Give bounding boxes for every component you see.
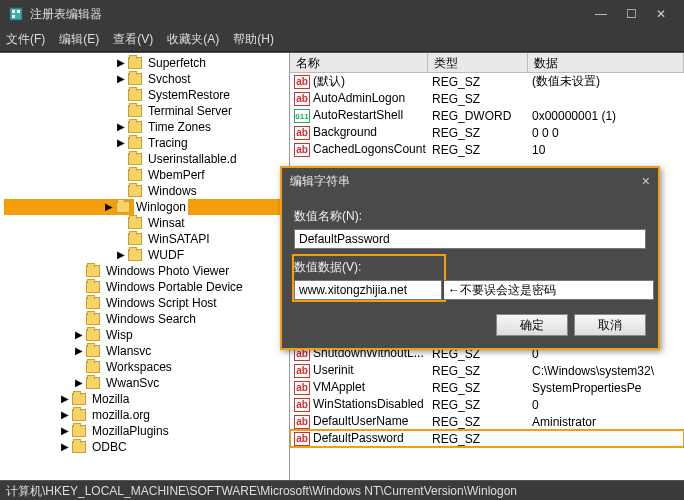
tree-node[interactable]: ▶Svchost bbox=[4, 71, 289, 87]
expand-icon[interactable] bbox=[116, 234, 126, 244]
list-row[interactable]: abDefaultUserNameREG_SZAministrator bbox=[290, 413, 684, 430]
value-name-input[interactable] bbox=[294, 229, 646, 249]
expand-icon[interactable] bbox=[116, 170, 126, 180]
menu-file[interactable]: 文件(F) bbox=[6, 31, 45, 48]
folder-icon bbox=[86, 265, 100, 277]
expand-icon[interactable]: ▶ bbox=[74, 330, 84, 340]
tree-node[interactable]: ▶Tracing bbox=[4, 135, 289, 151]
tree-label: Workspaces bbox=[104, 359, 174, 375]
maximize-button[interactable]: ☐ bbox=[616, 0, 646, 28]
tree-label: MozillaPlugins bbox=[90, 423, 171, 439]
tree-node[interactable]: ▶Time Zones bbox=[4, 119, 289, 135]
expand-icon[interactable]: ▶ bbox=[60, 394, 70, 404]
menu-favorites[interactable]: 收藏夹(A) bbox=[167, 31, 219, 48]
tree-label: Wisp bbox=[104, 327, 135, 343]
expand-icon[interactable] bbox=[74, 282, 84, 292]
expand-icon[interactable]: ▶ bbox=[116, 138, 126, 148]
folder-icon bbox=[86, 313, 100, 325]
column-headers[interactable]: 名称 类型 数据 bbox=[290, 53, 684, 73]
menu-help[interactable]: 帮助(H) bbox=[233, 31, 274, 48]
tree-node[interactable]: Windows bbox=[4, 183, 289, 199]
expand-icon[interactable] bbox=[116, 106, 126, 116]
expand-icon[interactable]: ▶ bbox=[60, 426, 70, 436]
dialog-close-icon[interactable]: × bbox=[642, 173, 650, 189]
ok-button[interactable]: 确定 bbox=[496, 314, 568, 336]
col-data[interactable]: 数据 bbox=[528, 53, 684, 72]
close-button[interactable]: ✕ bbox=[646, 0, 676, 28]
string-icon: ab bbox=[294, 143, 310, 157]
tree-node[interactable]: Winsat bbox=[4, 215, 289, 231]
tree-node[interactable]: Windows Script Host bbox=[4, 295, 289, 311]
list-row[interactable]: abWinStationsDisabledREG_SZ0 bbox=[290, 396, 684, 413]
expand-icon[interactable]: ▶ bbox=[116, 74, 126, 84]
list-row[interactable]: ab(默认)REG_SZ(数值未设置) bbox=[290, 73, 684, 90]
tree-node[interactable]: ▶Wlansvc bbox=[4, 343, 289, 359]
tree-node[interactable]: ▶Mozilla bbox=[4, 391, 289, 407]
list-row[interactable]: 011AutoRestartShellREG_DWORD0x00000001 (… bbox=[290, 107, 684, 124]
tree-label: Mozilla bbox=[90, 391, 131, 407]
col-name[interactable]: 名称 bbox=[290, 53, 428, 72]
tree-node[interactable]: ▶ODBC bbox=[4, 439, 289, 455]
expand-icon[interactable]: ▶ bbox=[60, 442, 70, 452]
tree-node[interactable]: ▶Superfetch bbox=[4, 55, 289, 71]
expand-icon[interactable]: ▶ bbox=[104, 202, 114, 212]
tree-node[interactable]: Workspaces bbox=[4, 359, 289, 375]
dialog-titlebar[interactable]: 编辑字符串 × bbox=[282, 168, 658, 194]
list-row[interactable]: abVMAppletREG_SZSystemPropertiesPe bbox=[290, 379, 684, 396]
folder-icon bbox=[128, 217, 142, 229]
tree-label: Windows Photo Viewer bbox=[104, 263, 231, 279]
tree-label: Superfetch bbox=[146, 55, 208, 71]
tree-label: WwanSvc bbox=[104, 375, 161, 391]
tree-node[interactable]: ▶Winlogon bbox=[4, 199, 289, 215]
expand-icon[interactable] bbox=[116, 186, 126, 196]
tree-node[interactable]: Windows Portable Device bbox=[4, 279, 289, 295]
tree-node[interactable]: ▶MozillaPlugins bbox=[4, 423, 289, 439]
expand-icon[interactable]: ▶ bbox=[116, 122, 126, 132]
expand-icon[interactable] bbox=[116, 218, 126, 228]
expand-icon[interactable] bbox=[116, 154, 126, 164]
expand-icon[interactable]: ▶ bbox=[116, 58, 126, 68]
tree-node[interactable]: ▶WwanSvc bbox=[4, 375, 289, 391]
list-row[interactable]: abDefaultPasswordREG_SZ bbox=[290, 430, 684, 447]
col-type[interactable]: 类型 bbox=[428, 53, 528, 72]
tree-node[interactable]: Windows Photo Viewer bbox=[4, 263, 289, 279]
tree-node[interactable]: SystemRestore bbox=[4, 87, 289, 103]
titlebar[interactable]: 注册表编辑器 — ☐ ✕ bbox=[0, 0, 684, 28]
value-name: Userinit bbox=[313, 363, 354, 377]
minimize-button[interactable]: — bbox=[586, 0, 616, 28]
svg-rect-0 bbox=[10, 8, 22, 20]
tree-node[interactable]: WinSATAPI bbox=[4, 231, 289, 247]
menu-edit[interactable]: 编辑(E) bbox=[59, 31, 99, 48]
expand-icon[interactable] bbox=[74, 266, 84, 276]
expand-icon[interactable] bbox=[74, 298, 84, 308]
tree-node[interactable]: Terminal Server bbox=[4, 103, 289, 119]
expand-icon[interactable] bbox=[74, 314, 84, 324]
expand-icon[interactable] bbox=[116, 90, 126, 100]
tree-label: Windows Search bbox=[104, 311, 198, 327]
tree-node[interactable]: ▶WUDF bbox=[4, 247, 289, 263]
menu-view[interactable]: 查看(V) bbox=[113, 31, 153, 48]
expand-icon[interactable]: ▶ bbox=[60, 410, 70, 420]
tree-label: Windows bbox=[146, 183, 199, 199]
value-name: VMApplet bbox=[313, 380, 365, 394]
value-data-input[interactable] bbox=[294, 280, 442, 300]
list-row[interactable]: abCachedLogonsCountREG_SZ10 bbox=[290, 141, 684, 158]
expand-icon[interactable]: ▶ bbox=[74, 346, 84, 356]
list-row[interactable]: abAutoAdminLogonREG_SZ bbox=[290, 90, 684, 107]
list-row[interactable]: abBackgroundREG_SZ0 0 0 bbox=[290, 124, 684, 141]
tree-node[interactable]: WbemPerf bbox=[4, 167, 289, 183]
tree-node[interactable]: ▶mozilla.org bbox=[4, 407, 289, 423]
tree-node[interactable]: Windows Search bbox=[4, 311, 289, 327]
expand-icon[interactable] bbox=[74, 362, 84, 372]
list-row[interactable]: abUserinitREG_SZC:\Windows\system32\ bbox=[290, 362, 684, 379]
expand-icon[interactable]: ▶ bbox=[74, 378, 84, 388]
expand-icon[interactable]: ▶ bbox=[116, 250, 126, 260]
string-icon: ab bbox=[294, 381, 310, 395]
tree-label: Userinstallable.d bbox=[146, 151, 239, 167]
value-name: CachedLogonsCount bbox=[313, 142, 426, 156]
folder-icon bbox=[128, 105, 142, 117]
cancel-button[interactable]: 取消 bbox=[574, 314, 646, 336]
tree-node[interactable]: ▶Wisp bbox=[4, 327, 289, 343]
tree-pane[interactable]: ▶Superfetch▶SvchostSystemRestoreTerminal… bbox=[0, 53, 290, 480]
tree-node[interactable]: Userinstallable.d bbox=[4, 151, 289, 167]
